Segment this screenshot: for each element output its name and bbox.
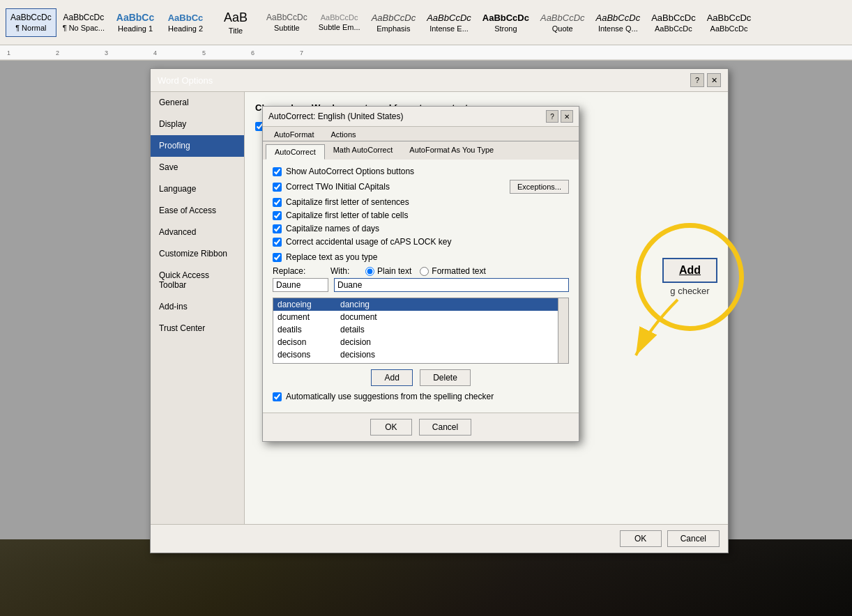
style-heading1-label: Heading 1 [118,24,153,33]
word-options-title-buttons: ? ✕ [690,73,721,87]
nav-save[interactable]: Save [151,157,244,178]
with-label: With: [330,266,351,276]
style-intense-em-preview: AaBbCcDc [427,13,471,23]
highlight-add-button[interactable]: Add [662,258,717,283]
list-with-decision: decision [340,337,371,347]
highlight-area: Add g checker [636,223,744,331]
word-options-help-button[interactable]: ? [690,73,704,87]
list-item-details[interactable]: deatils details [273,323,558,336]
tab-autoformat-as-you-type[interactable]: AutoFormat As You Type [401,143,502,160]
style-no-space-preview: AaBbCcDc [63,13,105,22]
list-scroll-area[interactable]: danceing dancing dcument document deatil… [273,298,568,363]
nav-trust[interactable]: Trust Center [151,318,244,339]
autocorrect-body: Show AutoCorrect Options buttons Correct… [263,160,579,413]
style-intense-q[interactable]: AaBbCcDc Intense Q... [591,8,646,37]
list-item-decor[interactable]: decor décor [273,361,558,363]
with-input[interactable] [334,278,569,292]
nav-general[interactable]: General [151,92,244,114]
exceptions-button[interactable]: Exceptions... [510,180,569,194]
list-item-decisions[interactable]: decisons decisions [273,348,558,361]
ribbon: AaBbCcDc ¶ Normal AaBbCcDc ¶ No Spac... … [0,0,852,45]
label-correct-two: Correct TWo INitial CApitals [286,182,390,192]
style-intense-em[interactable]: AaBbCcDc Intense E... [422,8,476,37]
style-intense-em-label: Intense E... [429,24,469,33]
replace-with-header: Replace: With: Plain text Formatted text [273,266,569,276]
delete-button[interactable]: Delete [420,369,471,386]
replace-input[interactable] [273,278,328,292]
label-cap-sentences: Capitalize first letter of sentences [286,197,409,207]
style-subtitle[interactable]: AaBbCcDc Subtitle [261,8,312,37]
style-emphasis-label: Emphasis [376,24,410,33]
check-correct-two[interactable] [273,183,282,192]
tab-autocorrect[interactable]: AutoCorrect [266,144,325,160]
radio-plain[interactable] [365,267,374,276]
style-subtle-ref[interactable]: AaBbCcDc AaBbCcDc [646,8,701,37]
checkbox-correct-caps: Correct accidental usage of cAPS LOCK ke… [273,237,569,247]
style-normal[interactable]: AaBbCcDc ¶ Normal [6,8,56,37]
autocorrect-close-button[interactable]: ✕ [561,110,573,123]
replace-label: Replace: [273,266,318,276]
check-auto-suggest[interactable] [273,392,282,401]
list-replace-dancing: danceing [277,300,340,309]
style-title[interactable]: AaB Title [211,8,260,37]
check-cap-sentences[interactable] [273,198,282,207]
nav-language[interactable]: Language [151,178,244,200]
radio-plain-label[interactable]: Plain text [365,266,411,276]
nav-customize[interactable]: Customize Ribbon [151,243,244,265]
style-strong[interactable]: AaBbCcDc Strong [478,8,534,37]
style-heading2[interactable]: AaBbCc Heading 2 [161,8,210,37]
add-button[interactable]: Add [371,369,413,386]
style-quote[interactable]: AaBbCcDc Quote [535,8,590,37]
label-cap-table: Capitalize first letter of table cells [286,210,408,220]
nav-quick[interactable]: Quick Access Toolbar [151,265,244,296]
nav-addins[interactable]: Add-ins [151,296,244,318]
style-subtle-em-label: Subtle Em... [319,23,360,31]
list-with-decor: décor [340,362,361,363]
word-options-cancel-button[interactable]: Cancel [667,530,720,547]
autocorrect-list: danceing dancing dcument document deatil… [273,298,569,364]
autocorrect-ok-button[interactable]: OK [370,419,412,436]
label-replace: Replace text as you type [286,252,377,262]
nav-proofing[interactable]: Proofing [151,135,244,157]
style-emphasis[interactable]: AaBbCcDc Emphasis [367,8,421,37]
word-options-close-button[interactable]: ✕ [707,73,721,87]
checkbox-cap-table: Capitalize first letter of table cells [273,210,569,220]
style-intense-ref[interactable]: AaBbCcDc AaBbCcDc [702,8,756,37]
autocorrect-help-button[interactable]: ? [546,110,558,123]
autocorrect-cancel-button[interactable]: Cancel [419,419,471,436]
svg-text:4: 4 [153,49,157,56]
tab-math-autocorrect[interactable]: Math AutoCorrect [325,143,402,160]
tab-actions[interactable]: Actions [322,128,364,141]
style-no-space[interactable]: AaBbCcDc ¶ No Spac... [58,8,109,37]
ruler: 1 2 3 4 5 6 7 [0,45,852,61]
tab-autoformat[interactable]: AutoFormat [266,128,322,141]
checkbox-cap-names: Capitalize names of days [273,224,569,233]
list-item-dancing[interactable]: danceing dancing [273,298,558,311]
radio-formatted[interactable] [420,267,429,276]
list-with-details: details [340,325,365,334]
nav-ease[interactable]: Ease of Access [151,200,244,222]
check-show-buttons[interactable] [273,167,282,176]
check-cap-table[interactable] [273,211,282,220]
nav-display[interactable]: Display [151,114,244,135]
list-item-document[interactable]: dcument document [273,311,558,323]
label-show-buttons: Show AutoCorrect Options buttons [286,167,414,176]
check-correct-caps[interactable] [273,238,282,247]
style-intense-q-label: Intense Q... [598,24,638,33]
list-replace-decisions: decisons [277,350,340,360]
word-options-ok-button[interactable]: OK [620,530,662,547]
style-quote-preview: AaBbCcDc [540,13,585,23]
style-heading1[interactable]: AaBbCc Heading 1 [111,8,160,37]
style-subtle-em[interactable]: AaBbCcDc Subtle Em... [314,8,365,37]
nav-advanced[interactable]: Advanced [151,222,244,243]
style-heading2-label: Heading 2 [168,24,203,33]
style-heading2-preview: AaBbCc [168,13,204,23]
check-cap-names[interactable] [273,224,282,233]
list-with-document: document [340,312,377,322]
autocorrect-tabs-row1: AutoFormat Actions [263,127,579,141]
word-options-footer: OK Cancel [151,524,728,553]
check-replace[interactable] [273,253,282,262]
radio-formatted-label[interactable]: Formatted text [420,266,485,276]
autocorrect-title: AutoCorrect: English (United States) [268,111,403,121]
list-item-decision[interactable]: decison decision [273,336,558,348]
